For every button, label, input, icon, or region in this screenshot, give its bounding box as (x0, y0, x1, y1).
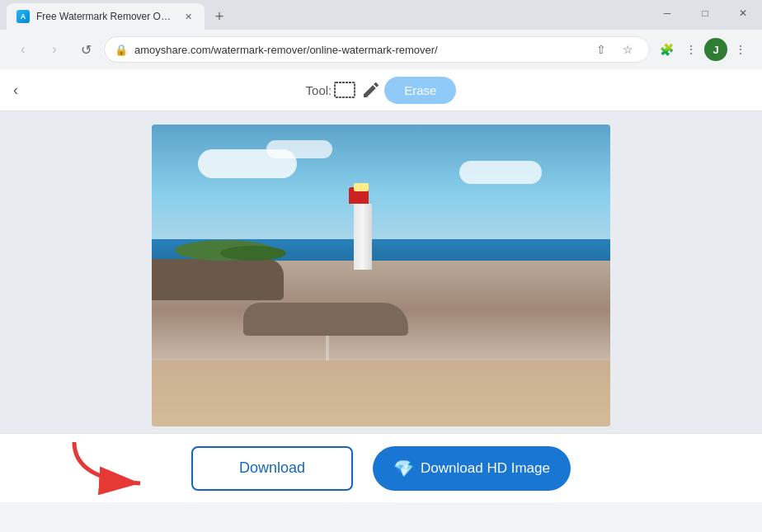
rectangle-tool-button[interactable] (332, 77, 358, 103)
bookmark-icon[interactable]: ☆ (616, 38, 639, 61)
download-hd-button[interactable]: 💎 Download HD Image (373, 446, 571, 491)
lock-icon: 🔒 (115, 44, 128, 56)
back-page-button[interactable]: ‹ (13, 82, 18, 99)
new-tab-button[interactable]: + (208, 5, 231, 28)
browser-menu-icon[interactable]: ⋮ (680, 38, 703, 61)
page-content: ‹ Tool: Erase (0, 69, 762, 502)
url-bar[interactable]: 🔒 amoyshare.com/watermark-remover/online… (104, 36, 650, 63)
minimize-button[interactable]: ─ (648, 0, 686, 26)
diamond-icon: 💎 (393, 459, 414, 478)
back-button[interactable]: ‹ (10, 36, 36, 63)
cloud-3 (459, 161, 542, 184)
address-bar: ‹ › ↺ 🔒 amoyshare.com/watermark-remover/… (0, 30, 762, 69)
erase-button[interactable]: Erase (384, 77, 456, 104)
refresh-button[interactable]: ↺ (73, 36, 99, 63)
share-icon[interactable]: ⇧ (590, 38, 613, 61)
download-button[interactable]: Download (191, 446, 353, 491)
cloud-2 (266, 140, 332, 158)
tool-bar: ‹ Tool: Erase (0, 69, 762, 111)
active-tab[interactable]: A Free Watermark Remover Onli... ✕ (7, 3, 205, 30)
tab-bar: A Free Watermark Remover Onli... ✕ + ─ □… (0, 0, 762, 30)
tab-favicon: A (16, 10, 30, 23)
chrome-menu-icon[interactable]: ⋮ (729, 38, 752, 61)
lighthouse-light (354, 183, 369, 191)
forward-button[interactable]: › (41, 36, 68, 63)
tab-close-button[interactable]: ✕ (181, 10, 195, 23)
toolbar-extras: 🧩 ⋮ J ⋮ (655, 38, 752, 61)
tab-label: Free Watermark Remover Onli... (36, 11, 175, 22)
main-image (152, 125, 610, 426)
url-actions: ⇧ ☆ (590, 38, 639, 61)
svg-rect-0 (335, 82, 355, 97)
extension-puzzle-icon[interactable]: 🧩 (655, 38, 678, 61)
maximize-button[interactable]: □ (686, 0, 724, 26)
vegetation-2 (220, 246, 286, 261)
url-text: amoyshare.com/watermark-remover/online-w… (134, 44, 583, 56)
arrow-container (66, 438, 157, 499)
close-button[interactable]: ✕ (724, 0, 762, 26)
water-reflection (326, 336, 329, 360)
window-controls: ─ □ ✕ (648, 0, 762, 30)
tool-bar-wrapper: ‹ Tool: Erase (0, 77, 762, 104)
rocks-dark-1 (243, 303, 408, 336)
image-area (152, 111, 610, 433)
profile-button[interactable]: J (704, 38, 727, 61)
download-bar: Download 💎 Download HD Image (0, 433, 762, 502)
lighthouse-body (354, 204, 372, 270)
red-arrow-icon (66, 438, 157, 496)
sand-foreground (152, 360, 610, 427)
brush-tool-button[interactable] (358, 77, 384, 103)
tool-label: Tool: (306, 83, 332, 97)
rocks-dark-2 (152, 259, 284, 300)
